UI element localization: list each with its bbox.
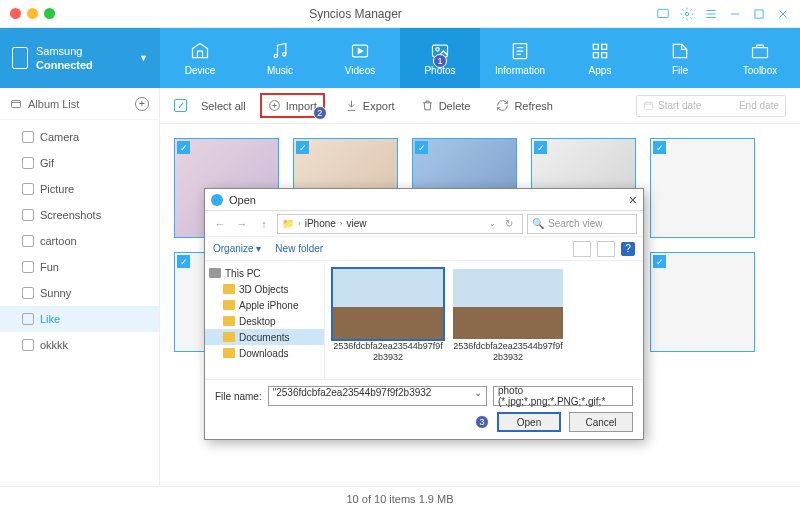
folder-icon	[209, 268, 221, 278]
forward-button[interactable]: →	[233, 215, 251, 233]
dialog-bottom: File name: "2536fdcbfa2ea23544b97f9f2b39…	[205, 379, 643, 438]
device-selector[interactable]: Samsung Connected ▼	[0, 28, 160, 88]
screen-icon[interactable]	[656, 7, 670, 21]
min-icon[interactable]	[728, 7, 742, 21]
menu-icon[interactable]	[704, 7, 718, 21]
tree-item[interactable]: This PC	[205, 265, 324, 281]
export-button[interactable]: Export	[339, 95, 401, 116]
chevron-down-icon: ▼	[139, 53, 148, 63]
thumb-checkbox[interactable]: ✓	[177, 255, 190, 268]
nav-information[interactable]: Information	[480, 28, 560, 88]
dialog-app-icon	[211, 194, 223, 206]
tree-item[interactable]: Desktop	[205, 313, 324, 329]
sidebar-title: Album List	[28, 98, 79, 110]
up-button[interactable]: ↑	[255, 215, 273, 233]
photo-thumb[interactable]: ✓	[650, 138, 755, 238]
nav-file[interactable]: File	[640, 28, 720, 88]
nav-videos[interactable]: Videos	[320, 28, 400, 88]
date-range-input[interactable]: Start date End date	[636, 95, 786, 117]
path-seg-1[interactable]: view	[346, 218, 366, 229]
dialog-organize-bar: Organize ▾ New folder ?	[205, 237, 643, 261]
delete-button[interactable]: Delete	[415, 95, 477, 116]
nav-photos[interactable]: Photos1	[400, 28, 480, 88]
phone-icon	[12, 47, 28, 69]
search-placeholder: Search view	[548, 218, 602, 229]
folder-icon	[223, 348, 235, 358]
file-item[interactable]: 2536fdcbfa2ea23544b97f9f2b3932	[333, 269, 443, 371]
dialog-path-bar: ← → ↑ 📁 › iPhone › view ⌄ ↻ 🔍 Search vie…	[205, 211, 643, 237]
sidebar-item-okkkk[interactable]: okkkk	[0, 332, 159, 358]
view-list-button[interactable]	[597, 241, 615, 257]
svg-rect-14	[12, 100, 21, 107]
path-refresh-icon[interactable]: ↻	[500, 215, 518, 233]
back-button[interactable]: ←	[211, 215, 229, 233]
nav-toolbox[interactable]: Toolbox	[720, 28, 800, 88]
sidebar-item-camera[interactable]: Camera	[0, 124, 159, 150]
folder-icon: 📁	[282, 218, 294, 229]
tree-item[interactable]: Apple iPhone	[205, 297, 324, 313]
nav-music[interactable]: Music	[240, 28, 320, 88]
close-icon[interactable]	[776, 7, 790, 21]
sidebar-item-like[interactable]: Like	[0, 306, 159, 332]
refresh-button[interactable]: Refresh	[490, 95, 559, 116]
file-type-select[interactable]: photo (*.jpg;*.png;*.PNG;*.gif;*	[493, 386, 633, 406]
svg-point-1	[685, 12, 689, 16]
maximize-window-button[interactable]	[44, 8, 55, 19]
tree-item[interactable]: Documents	[205, 329, 324, 345]
path-seg-0[interactable]: iPhone	[305, 218, 336, 229]
album-icon	[22, 157, 34, 169]
photo-thumb[interactable]: ✓	[650, 252, 755, 352]
svg-point-4	[283, 52, 286, 55]
tree-item[interactable]: Downloads	[205, 345, 324, 361]
file-name-input[interactable]: "2536fdcbfa2ea23544b97f9f2b3932 ⌄	[268, 386, 487, 406]
sidebar-item-picture[interactable]: Picture	[0, 176, 159, 202]
sidebar-item-fun[interactable]: Fun	[0, 254, 159, 280]
dialog-files: 2536fdcbfa2ea23544b97f9f2b39322536fdcbfa…	[325, 261, 643, 379]
import-button[interactable]: Import 2	[260, 93, 325, 118]
path-input[interactable]: 📁 › iPhone › view ⌄ ↻	[277, 214, 523, 234]
sidebar-item-screenshots[interactable]: Screenshots	[0, 202, 159, 228]
close-window-button[interactable]	[10, 8, 21, 19]
select-all-label[interactable]: Select all	[201, 100, 246, 112]
select-all-checkbox[interactable]: ✓	[174, 99, 187, 112]
album-icon	[22, 131, 34, 143]
album-icon	[22, 235, 34, 247]
thumb-checkbox[interactable]: ✓	[534, 141, 547, 154]
thumb-checkbox[interactable]: ✓	[653, 141, 666, 154]
album-icon	[22, 209, 34, 221]
add-album-button[interactable]: +	[135, 97, 149, 111]
organize-button[interactable]: Organize ▾	[213, 243, 261, 254]
svg-point-3	[274, 54, 277, 57]
svg-rect-12	[602, 52, 607, 57]
import-badge: 2	[313, 106, 327, 120]
thumb-checkbox[interactable]: ✓	[415, 141, 428, 154]
sidebar-item-gif[interactable]: Gif	[0, 150, 159, 176]
search-icon: 🔍	[532, 218, 544, 229]
nav-apps[interactable]: Apps	[560, 28, 640, 88]
file-item[interactable]: 2536fdcbfa2ea23544b97f9f2b3932	[453, 269, 563, 371]
new-folder-button[interactable]: New folder	[275, 243, 323, 254]
view-mode-button[interactable]	[573, 241, 591, 257]
dialog-tree: This PC3D ObjectsApple iPhoneDesktopDocu…	[205, 261, 325, 379]
album-icon	[22, 313, 34, 325]
max-icon[interactable]	[752, 7, 766, 21]
thumb-checkbox[interactable]: ✓	[653, 255, 666, 268]
open-file-dialog: Open × ← → ↑ 📁 › iPhone › view ⌄ ↻ 🔍 Sea…	[204, 188, 644, 440]
sidebar-item-sunny[interactable]: Sunny	[0, 280, 159, 306]
start-date: Start date	[658, 100, 701, 111]
help-icon[interactable]: ?	[621, 242, 635, 256]
thumb-checkbox[interactable]: ✓	[296, 141, 309, 154]
gear-icon[interactable]	[680, 7, 694, 21]
minimize-window-button[interactable]	[27, 8, 38, 19]
open-button[interactable]: Open	[497, 412, 561, 432]
svg-rect-13	[753, 47, 768, 57]
toolbar: ✓ Select all Import 2 Export Delete Refr…	[160, 88, 800, 124]
thumb-checkbox[interactable]: ✓	[177, 141, 190, 154]
folder-icon	[223, 332, 235, 342]
dialog-close-button[interactable]: ×	[629, 192, 637, 208]
sidebar-item-cartoon[interactable]: cartoon	[0, 228, 159, 254]
tree-item[interactable]: 3D Objects	[205, 281, 324, 297]
dialog-search-input[interactable]: 🔍 Search view	[527, 214, 637, 234]
nav-device[interactable]: Device	[160, 28, 240, 88]
cancel-button[interactable]: Cancel	[569, 412, 633, 432]
